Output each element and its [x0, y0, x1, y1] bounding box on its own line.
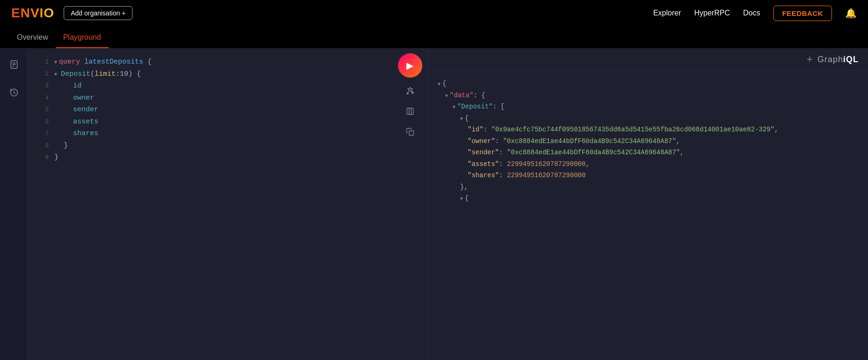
- editor-line-2: 2 ▼ Deposit ( limit :10) {: [36, 68, 428, 80]
- graphiql-label: GraphiQL: [817, 55, 859, 65]
- json-collapse-data[interactable]: ▼: [445, 92, 448, 101]
- line-num-8: 8: [36, 141, 49, 151]
- feedback-button[interactable]: FEEDBACK: [773, 6, 832, 21]
- svg-rect-5: [407, 108, 413, 115]
- svg-rect-8: [409, 131, 414, 136]
- editor-line-7: 7 shares: [36, 128, 428, 140]
- notification-bell-icon[interactable]: 🔔: [845, 7, 857, 19]
- line-num-2: 2: [36, 69, 49, 79]
- tab-playground[interactable]: Playground: [56, 28, 109, 48]
- editor-line-9: 9 }: [36, 151, 428, 164]
- editor-line-6: 6 assets: [36, 116, 428, 128]
- editor-line-1: 1 ▼ query latestDeposits {: [36, 56, 428, 68]
- line-num-5: 5: [36, 105, 49, 115]
- line-num-7: 7: [36, 129, 49, 139]
- sidebar-history-icon[interactable]: [6, 84, 22, 101]
- editor-line-8: 8 }: [36, 140, 428, 152]
- json-item-open: ▼ {: [438, 113, 859, 124]
- add-tab-button[interactable]: +: [807, 53, 813, 65]
- main-content: 1 ▼ query latestDeposits { 2 ▼ Deposit (…: [0, 49, 868, 360]
- nav-hyperrpc[interactable]: HyperRPC: [694, 9, 730, 17]
- json-id-line: "id" : "0x9ae4cfc75bc744f095018567435dd6…: [438, 124, 859, 136]
- json-deposit-open: ▼ "Deposit" : [: [438, 101, 859, 113]
- results-panel: + GraphiQL ▼ { ▼ "data" : { ▼ "Deposit" …: [428, 49, 868, 360]
- json-item-close: },: [438, 181, 859, 193]
- editor-toolbar: ▶: [398, 53, 422, 139]
- json-collapse-item[interactable]: ▼: [460, 115, 463, 123]
- line-num-9: 9: [36, 152, 49, 163]
- results-content[interactable]: ▼ { ▼ "data" : { ▼ "Deposit" : [ ▼ {: [428, 71, 868, 360]
- json-collapse-deposit[interactable]: ▼: [453, 103, 456, 112]
- json-sender-line: "sender" : "0xc8884edE1ae44bDfF60da4B9c5…: [438, 147, 859, 158]
- nav-docs[interactable]: Docs: [743, 9, 760, 17]
- merge-icon[interactable]: [403, 104, 418, 119]
- add-org-button[interactable]: Add organisation +: [64, 6, 132, 20]
- tab-bar: Overview Playground: [0, 26, 868, 49]
- top-nav: ENVIO Add organisation + Explorer HyperR…: [0, 0, 868, 26]
- line-num-6: 6: [36, 117, 49, 127]
- editor-panel: 1 ▼ query latestDeposits { 2 ▼ Deposit (…: [28, 49, 428, 360]
- json-collapse-item2[interactable]: ▼: [460, 195, 463, 203]
- json-root-open: ▼ {: [438, 78, 859, 90]
- nav-right: Explorer HyperRPC Docs FEEDBACK 🔔: [653, 6, 857, 21]
- nav-explorer[interactable]: Explorer: [653, 9, 681, 17]
- json-collapse-root[interactable]: ▼: [438, 80, 441, 89]
- editor-line-3: 3 id: [36, 80, 428, 92]
- results-header: + GraphiQL: [428, 49, 868, 71]
- collapse-triangle-1[interactable]: ▼: [54, 58, 57, 66]
- json-item-next-open: ▼ {: [438, 193, 859, 204]
- sidebar-icons: [0, 49, 28, 360]
- json-shares-line: "shares" : 22994951620787290000: [438, 170, 859, 181]
- line-num-3: 3: [36, 81, 49, 91]
- sidebar-document-icon[interactable]: [6, 56, 22, 73]
- editor-content[interactable]: 1 ▼ query latestDeposits { 2 ▼ Deposit (…: [28, 49, 428, 360]
- prettify-icon[interactable]: [403, 83, 418, 98]
- copy-icon[interactable]: [403, 124, 418, 139]
- nav-left: ENVIO Add organisation +: [11, 6, 132, 21]
- line-num-4: 4: [36, 93, 49, 103]
- json-data-open: ▼ "data" : {: [438, 90, 859, 101]
- run-query-button[interactable]: ▶: [398, 53, 422, 78]
- logo: ENVIO: [11, 6, 54, 21]
- json-owner-line: "owner" : "0xc8884edE1ae44bDfF60da4B9c54…: [438, 136, 859, 147]
- editor-line-5: 5 sender: [36, 104, 428, 116]
- json-assets-line: "assets" : 22994951620787290000 ,: [438, 158, 859, 170]
- collapse-triangle-2[interactable]: ▼: [54, 71, 57, 79]
- editor-line-4: 4 owner: [36, 92, 428, 104]
- line-num-1: 1: [36, 57, 49, 67]
- tab-overview[interactable]: Overview: [9, 28, 56, 48]
